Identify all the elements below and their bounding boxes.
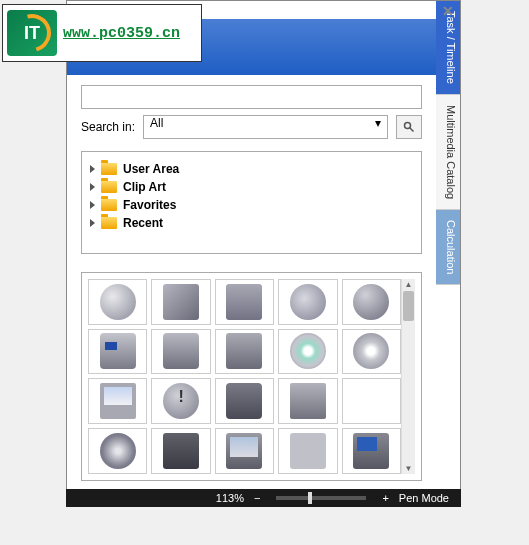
- mode-label[interactable]: Pen Mode: [399, 492, 449, 504]
- tab-multimedia-catalog[interactable]: Multimedia Catalog: [436, 95, 460, 210]
- zoom-slider-thumb[interactable]: [308, 492, 312, 504]
- expand-arrow-icon: [90, 165, 95, 173]
- scroll-thumb[interactable]: [403, 291, 414, 321]
- catalog-item[interactable]: [342, 428, 401, 474]
- search-in-label: Search in:: [81, 120, 135, 134]
- folder-tree: User Area Clip Art Favorites Recent: [81, 151, 422, 254]
- catalog-item[interactable]: [151, 428, 210, 474]
- folder-icon: [101, 163, 117, 175]
- tab-calculation[interactable]: Calculation: [436, 210, 460, 285]
- expand-arrow-icon: [90, 183, 95, 191]
- catalog-item[interactable]: [342, 378, 401, 424]
- scroll-down-icon[interactable]: ▼: [402, 462, 415, 474]
- books-icon: [226, 284, 262, 320]
- tree-label: Recent: [123, 216, 163, 230]
- app-window: ✕ Search in: All ▾ User Area: [66, 0, 461, 490]
- tools-icon: [290, 433, 326, 469]
- tv-icon: [226, 433, 262, 469]
- catalog-item[interactable]: [278, 279, 337, 325]
- slr-camera-icon: [226, 383, 262, 419]
- zoom-in-button[interactable]: +: [382, 492, 388, 504]
- scroll-up-icon[interactable]: ▲: [402, 279, 415, 291]
- folder-icon: [101, 217, 117, 229]
- catalog-item[interactable]: [151, 378, 210, 424]
- photo-stack-icon: [226, 333, 262, 369]
- chevron-down-icon: ▾: [375, 116, 381, 130]
- catalog-item[interactable]: [88, 329, 147, 375]
- catalog-item[interactable]: [342, 279, 401, 325]
- search-input[interactable]: [81, 85, 422, 109]
- search-icon: [403, 121, 415, 133]
- drive-icon: [353, 383, 389, 419]
- catalog-item[interactable]: [215, 279, 274, 325]
- catalog-item[interactable]: [88, 428, 147, 474]
- speaker-icon: [100, 433, 136, 469]
- folder-icon: [101, 199, 117, 211]
- grid-scrollbar[interactable]: ▲ ▼: [401, 279, 415, 474]
- catalog-item[interactable]: [215, 378, 274, 424]
- catalog-item[interactable]: [278, 329, 337, 375]
- svg-line-1: [410, 127, 414, 131]
- media-player-icon: [353, 433, 389, 469]
- status-bar: 113% − + Pen Mode: [66, 489, 461, 507]
- disc-icon: [353, 333, 389, 369]
- floppy-icon: [290, 383, 326, 419]
- mail-at-icon: [290, 284, 326, 320]
- tree-label: Clip Art: [123, 180, 166, 194]
- catalog-grid-container: ▲ ▼: [81, 272, 422, 481]
- cd-icon: [290, 333, 326, 369]
- watermark-url: www.pc0359.cn: [63, 25, 180, 42]
- search-in-select[interactable]: All ▾: [143, 115, 388, 139]
- close-icon[interactable]: ✕: [442, 3, 454, 19]
- tree-item-recent[interactable]: Recent: [90, 214, 413, 232]
- tree-label: User Area: [123, 162, 179, 176]
- expand-arrow-icon: [90, 219, 95, 227]
- zoom-level: 113%: [216, 492, 244, 504]
- tree-label: Favorites: [123, 198, 176, 212]
- folder-icon: [101, 181, 117, 193]
- search-button[interactable]: [396, 115, 422, 139]
- watermark-overlay: IT www.pc0359.cn: [2, 4, 202, 62]
- monitor-icon: [100, 383, 136, 419]
- catalog-item[interactable]: [88, 279, 147, 325]
- book-icon: [163, 284, 199, 320]
- zoom-out-button[interactable]: −: [254, 492, 260, 504]
- catalog-item[interactable]: [278, 378, 337, 424]
- catalog-item[interactable]: [215, 428, 274, 474]
- warning-icon: [163, 383, 199, 419]
- camcorder-icon: [100, 333, 136, 369]
- right-sidebar: Task / Timeline Multimedia Catalog Calcu…: [436, 1, 460, 489]
- svg-point-0: [405, 122, 411, 128]
- globe-icon: [100, 284, 136, 320]
- search-in-value: All: [150, 116, 163, 130]
- earth-icon: [353, 284, 389, 320]
- catalog-item[interactable]: [342, 329, 401, 375]
- zoom-slider[interactable]: [276, 496, 366, 500]
- tree-item-clip-art[interactable]: Clip Art: [90, 178, 413, 196]
- catalog-item[interactable]: [278, 428, 337, 474]
- watermark-logo: IT: [7, 10, 57, 56]
- catalog-item[interactable]: [151, 279, 210, 325]
- main-panel: Search in: All ▾ User Area Clip Art: [67, 1, 436, 489]
- tree-item-favorites[interactable]: Favorites: [90, 196, 413, 214]
- catalog-item[interactable]: [151, 329, 210, 375]
- expand-arrow-icon: [90, 201, 95, 209]
- catalog-item[interactable]: [88, 378, 147, 424]
- catalog-grid: [88, 279, 401, 474]
- stereo-icon: [163, 433, 199, 469]
- compact-camera-icon: [163, 333, 199, 369]
- tree-item-user-area[interactable]: User Area: [90, 160, 413, 178]
- catalog-item[interactable]: [215, 329, 274, 375]
